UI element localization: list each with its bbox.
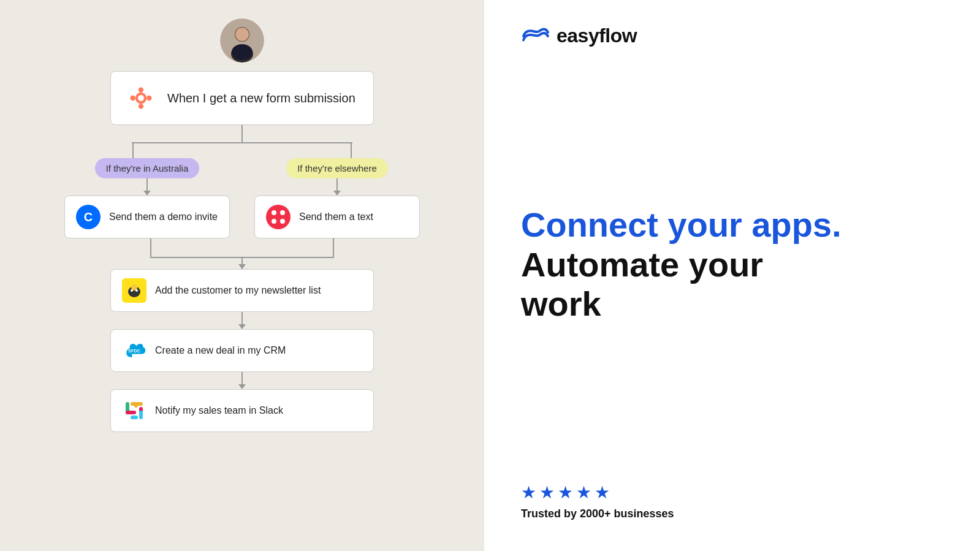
action-slack-box: Notify my sales team in Slack: [110, 389, 374, 432]
star-5: ★: [594, 482, 610, 503]
star-2: ★: [539, 482, 555, 503]
svg-point-3: [235, 28, 249, 41]
mailchimp-icon: [122, 278, 146, 303]
action-demo-text: Send them a demo invite: [109, 210, 218, 224]
hubspot-icon: [126, 83, 156, 113]
headline-line2: Automate your work: [521, 245, 943, 324]
star-3: ★: [558, 482, 573, 503]
twilio-icon: [266, 205, 291, 229]
trusted-text: Trusted by 2000+ businesses: [521, 507, 943, 520]
svg-text:SFDC: SFDC: [128, 348, 141, 354]
trigger-box: When I get a new form submission: [110, 71, 374, 125]
easyflow-logo-icon: [521, 25, 550, 47]
condition-australia-col: If they're in Australia: [52, 158, 242, 178]
flow-diagram: When I get a new form submission If they…: [0, 71, 484, 432]
svg-point-7: [139, 88, 143, 93]
headline-line1: Connect your apps.: [521, 205, 943, 245]
svg-text:C: C: [84, 210, 93, 224]
trigger-text: When I get a new form submission: [167, 90, 355, 106]
condition-elsewhere-col: If they're elsewhere: [242, 158, 432, 178]
svg-point-20: [280, 219, 285, 224]
svg-rect-32: [131, 416, 138, 419]
logo-area: easyflow: [521, 25, 943, 47]
slack-icon: [122, 398, 146, 423]
svg-point-8: [139, 104, 143, 108]
logo-text: easyflow: [556, 25, 637, 47]
badge-australia: If they're in Australia: [95, 158, 200, 178]
headline-area: Connect your apps. Automate your work: [521, 47, 943, 482]
calendly-icon: C: [76, 205, 101, 229]
svg-point-16: [266, 205, 291, 229]
parallel-actions: C Send them a demo invite Send them a: [52, 196, 432, 238]
condition-row: If they're in Australia If they're elsew…: [52, 158, 432, 178]
action-text-box: Send them a text: [254, 196, 420, 238]
svg-point-18: [280, 210, 285, 215]
svg-point-6: [138, 95, 144, 101]
avatar: [220, 18, 264, 63]
svg-point-9: [131, 96, 135, 101]
star-rating: ★ ★ ★ ★ ★: [521, 482, 943, 503]
svg-point-17: [272, 210, 276, 215]
svg-point-19: [272, 219, 276, 224]
svg-point-37: [132, 411, 136, 414]
svg-point-41: [139, 411, 143, 414]
action-text-text: Send them a text: [299, 210, 373, 224]
svg-point-25: [131, 289, 133, 292]
salesforce-icon: SFDC: [122, 338, 146, 363]
left-panel: When I get a new form submission If they…: [0, 0, 484, 551]
bottom-area: ★ ★ ★ ★ ★ Trusted by 2000+ businesses: [521, 482, 943, 520]
action-newsletter-box: Add the customer to my newsletter list: [110, 269, 374, 312]
merge-connector: [52, 238, 432, 269]
badge-elsewhere: If they're elsewhere: [286, 158, 388, 178]
svg-point-10: [146, 96, 151, 101]
svg-point-39: [134, 404, 138, 408]
chain-area: Add the customer to my newsletter list S…: [110, 269, 374, 432]
star-1: ★: [521, 482, 536, 503]
action-demo-box: C Send them a demo invite: [64, 196, 230, 238]
star-4: ★: [576, 482, 591, 503]
action-crm-box: SFDC Create a new deal in my CRM: [110, 329, 374, 372]
action-slack-text: Notify my sales team in Slack: [155, 404, 283, 417]
action-newsletter-text: Add the customer to my newsletter list: [155, 284, 321, 297]
action-crm-text: Create a new deal in my CRM: [155, 344, 286, 357]
svg-point-26: [135, 289, 138, 292]
right-panel: easyflow Connect your apps. Automate you…: [484, 0, 980, 551]
svg-point-4: [232, 44, 253, 60]
